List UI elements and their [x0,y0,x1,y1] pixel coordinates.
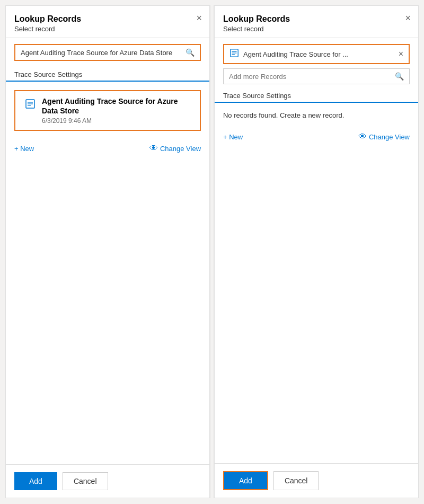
record-item[interactable]: Agent Auditing Trace Source for Azure Da… [14,90,201,131]
lookup-panel-1: Lookup Records Select record × 🔍 Trace S… [5,5,210,498]
change-view-label: Change View [160,145,201,153]
panel1-footer: Add Cancel [6,464,209,498]
view-icon: 👁 [149,144,158,153]
panel1-search-area: 🔍 [6,38,209,67]
search-icon: 🔍 [186,48,195,57]
panel2-subtitle: Select record [223,25,410,33]
panel1-new-button[interactable]: + New [14,145,34,153]
panel1-close-button[interactable]: × [197,13,202,23]
panel2-section-label: Trace Source Settings [215,89,418,103]
panel1-add-button[interactable]: Add [14,472,57,490]
panel2-change-view-button[interactable]: 👁 Change View [358,132,410,142]
panel1-search-box: 🔍 [14,44,201,61]
record-content: Agent Auditing Trace Source for Azure Da… [42,96,191,125]
change-view-label-2: Change View [369,133,410,141]
panel2-new-button[interactable]: + New [223,133,243,141]
add-more-area: 🔍 [223,68,410,84]
panel1-subtitle: Select record [14,25,201,33]
view-icon-2: 👁 [358,132,367,142]
record-date: 6/3/2019 9:46 AM [42,117,191,125]
selected-tag-text: Agent Auditing Trace Source for ... [243,50,394,58]
panel1-title: Lookup Records [14,14,201,24]
panel1-search-input[interactable] [21,49,186,57]
panel2-close-button[interactable]: × [405,13,411,23]
tag-remove-button[interactable]: × [399,50,403,58]
lookup-panel-2: Lookup Records Select record × Agent Aud… [214,5,419,498]
panel1-cancel-button[interactable]: Cancel [63,472,108,490]
add-more-box: 🔍 [223,68,410,84]
panel2-title: Lookup Records [223,14,410,24]
tag-record-icon [229,48,239,60]
panel2-header: Lookup Records Select record × [215,6,418,38]
selected-tag: Agent Auditing Trace Source for ... × [223,44,410,64]
add-more-input[interactable] [229,73,395,81]
panel2-footer: Add Cancel [215,463,418,498]
search-icon-2: 🔍 [395,72,404,81]
panel1-section-label: Trace Source Settings [6,67,209,82]
record-icon [24,98,37,110]
no-records-message: No records found. Create a new record. [215,107,418,123]
panel2-add-button[interactable]: Add [223,471,268,490]
panel1-change-view-button[interactable]: 👁 Change View [149,144,201,153]
panel-divider [210,5,214,498]
record-name: Agent Auditing Trace Source for Azure Da… [42,96,191,116]
panel1-actions-row: + New 👁 Change View [6,135,209,153]
panel1-header: Lookup Records Select record × [6,6,209,38]
panel2-cancel-button[interactable]: Cancel [273,471,319,490]
panel2-actions-row: + New 👁 Change View [215,123,418,142]
